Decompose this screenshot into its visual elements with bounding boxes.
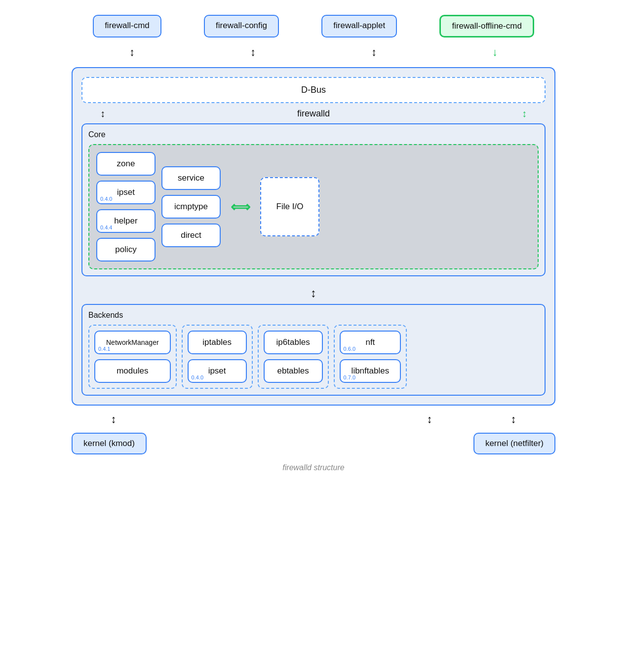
top-tools-row: firewall-cmd firewall-config firewall-ap… (72, 15, 555, 37)
core-service: service (161, 166, 221, 190)
core-zone: zone (96, 152, 156, 176)
core-icmptype: icmptype (161, 195, 221, 219)
backend-ipset: ipset 0.4.0 (188, 359, 247, 383)
backend-ip6tables: ip6tables (264, 331, 323, 354)
backend-nft: nft 0.6.0 (340, 331, 401, 354)
core-ipset: ipset 0.4.0 (96, 181, 156, 204)
backend-col-nft: nft 0.6.0 libnftables 0.7.0 (334, 325, 407, 389)
backend-iptables: iptables (188, 331, 247, 354)
tool-firewall-cmd: firewall-cmd (93, 15, 161, 37)
arrow-bottom-right: ↕ (511, 413, 516, 426)
backends-section: Backends NetworkManager 0.4.1 modules ip… (81, 304, 546, 396)
kernel-kmod-box: kernel (kmod) (72, 433, 147, 454)
backends-inner: NetworkManager 0.4.1 modules iptables ip… (88, 325, 539, 389)
diagram-wrapper: firewall-cmd firewall-config firewall-ap… (72, 15, 555, 472)
backend-nm: NetworkManager 0.4.1 (94, 331, 171, 354)
arrow-dbus-right-green: ↕ (522, 108, 527, 119)
top-arrows-row: ↕ ↕ ↕ ↓ (72, 37, 555, 67)
arrow-firewall-offline-cmd: ↓ (492, 46, 498, 59)
arrow-core-backends: ↕ (311, 287, 316, 299)
core-direct: direct (161, 224, 221, 247)
core-helper: helper 0.4.4 (96, 209, 156, 233)
kernel-netfilter-box: kernel (netfilter) (473, 433, 555, 454)
center-arrow-row: ↕ (81, 282, 546, 304)
dbus-box: D-Bus (81, 77, 546, 103)
backend-nm-version: 0.4.1 (98, 346, 110, 352)
inner-green-box: zone ipset 0.4.0 helper 0.4.4 policy (88, 144, 539, 269)
core-helper-version: 0.4.4 (100, 224, 112, 230)
backend-libnftables: libnftables 0.7.0 (340, 359, 401, 383)
arrow-firewall-applet: ↕ (371, 47, 377, 58)
backends-label: Backends (88, 311, 539, 320)
firewalld-label: firewalld (109, 109, 518, 119)
core-policy: policy (96, 238, 156, 261)
core-section: Core zone ipset 0.4.0 helper 0.4.4 (81, 123, 546, 276)
main-outer-box: D-Bus ↕ firewalld ↕ Core zone ipset 0.4.… (72, 67, 555, 406)
core-ipset-version: 0.4.0 (100, 196, 112, 202)
fileio-box: File I/O (260, 177, 319, 236)
core-items-left: zone ipset 0.4.0 helper 0.4.4 policy (96, 152, 156, 261)
bottom-boxes-row: kernel (kmod) kernel (netfilter) (72, 433, 555, 454)
arrow-bottom-center: ↕ (427, 413, 432, 426)
arrow-dbus-left: ↕ (100, 108, 105, 119)
backend-col-iptables: iptables ipset 0.4.0 (182, 325, 253, 389)
tool-firewall-offline-cmd: firewall-offline-cmd (439, 15, 534, 37)
arrow-core-fileio: ⟺ (227, 199, 254, 215)
bottom-arrows-row: ↕ ↕ ↕ (72, 406, 555, 433)
arrow-bottom-left: ↕ (111, 413, 117, 426)
firewalld-row: ↕ firewalld ↕ (81, 106, 546, 121)
tool-firewall-applet: firewall-applet (321, 15, 397, 37)
backend-col-ip6tables: ip6tables ebtables (258, 325, 329, 389)
backend-libnftables-version: 0.7.0 (344, 374, 355, 380)
backend-modules: modules (94, 359, 171, 383)
backend-nft-version: 0.6.0 (344, 346, 355, 352)
backend-ebtables: ebtables (264, 359, 323, 383)
arrow-firewall-cmd: ↕ (129, 47, 135, 58)
core-label: Core (88, 130, 539, 139)
core-items-right: service icmptype direct (161, 166, 221, 247)
backend-ipset-version: 0.4.0 (192, 374, 203, 380)
arrow-firewall-config: ↕ (250, 47, 256, 58)
diagram-caption: firewalld structure (282, 463, 344, 472)
backend-col-nm: NetworkManager 0.4.1 modules (88, 325, 177, 389)
tool-firewall-config: firewall-config (204, 15, 279, 37)
